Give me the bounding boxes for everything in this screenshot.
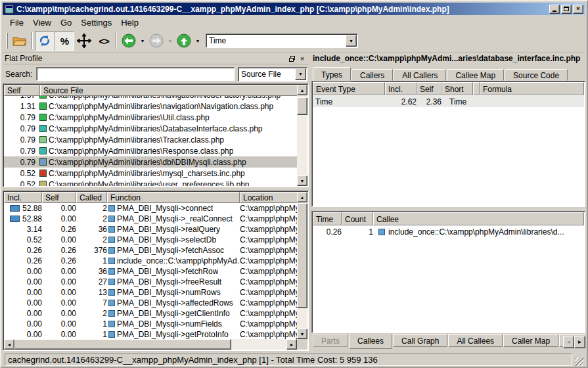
- function-name: PMA_DBI_Mysqli->realQuery: [117, 225, 220, 234]
- function-list-hscrollbar[interactable]: ◄ ►: [4, 339, 297, 350]
- back-button[interactable]: [119, 31, 139, 51]
- toolbar-grip[interactable]: [6, 33, 8, 49]
- function-row[interactable]: 52.880.002PMA_DBI_Mysqli->connectC:\xamp…: [4, 203, 297, 214]
- tab-all-callers[interactable]: All Callers: [394, 69, 446, 81]
- function-row[interactable]: 0.000.007PMA_DBI_Mysqli->affectedRowsC:\…: [4, 298, 297, 308]
- function-row[interactable]: 0.000.0027PMA_DBI_Mysqli->freeResultC:\x…: [4, 277, 297, 287]
- app-icon: [5, 5, 14, 14]
- tab-types[interactable]: Types: [313, 67, 351, 81]
- chevron-down-icon[interactable]: ▼: [346, 35, 357, 47]
- tab-callers[interactable]: Callers: [351, 69, 393, 81]
- column-header[interactable]: Self: [4, 85, 40, 96]
- scroll-up-icon[interactable]: ▲: [297, 192, 307, 202]
- function-row[interactable]: 0.520.002PMA_DBI_Mysqli->selectDbC:\xamp…: [4, 235, 297, 245]
- file-row[interactable]: 0.79C:\xampp\phpMyAdmin\libraries\Tracke…: [4, 134, 297, 145]
- file-list-vscrollbar[interactable]: ▲ ▼: [297, 85, 307, 186]
- column-header[interactable]: Called: [76, 192, 107, 203]
- search-input[interactable]: [36, 67, 235, 81]
- function-row[interactable]: 52.880.002PMA_DBI_Mysqli->_realConnectC:…: [4, 214, 297, 224]
- scrollbar-thumb[interactable]: [297, 97, 307, 115]
- file-row[interactable]: 1.31C:\xampp\phpMyAdmin\libraries\naviga…: [4, 101, 297, 112]
- menu-file[interactable]: File: [5, 16, 28, 30]
- scroll-left-icon[interactable]: ◄: [4, 339, 14, 350]
- minimize-button[interactable]: [549, 5, 560, 14]
- dock-layout-button[interactable]: [74, 31, 94, 51]
- column-header[interactable]: Incl.: [4, 192, 42, 203]
- menu-settings[interactable]: Settings: [76, 16, 116, 30]
- file-row[interactable]: 0.52C:\xampp\phpMyAdmin\libraries\user_p…: [4, 179, 297, 186]
- column-header[interactable]: Incl.: [385, 82, 417, 95]
- menu-go[interactable]: Go: [56, 16, 76, 30]
- menu-help[interactable]: Help: [116, 16, 143, 30]
- scrollbar-thumb[interactable]: [14, 339, 231, 350]
- column-header[interactable]: Short: [441, 82, 473, 95]
- time-value: 0.26: [313, 227, 342, 237]
- event-type-row[interactable]: Time2.622.36Time: [313, 96, 584, 107]
- dock-float-button[interactable]: [287, 55, 296, 63]
- forward-button[interactable]: [147, 31, 166, 51]
- column-header[interactable]: Formula: [480, 82, 584, 95]
- maximize-button[interactable]: [561, 5, 572, 14]
- tab-callees[interactable]: Callees: [349, 334, 392, 349]
- column-header[interactable]: Event Type: [313, 82, 385, 95]
- file-row[interactable]: 0.79C:\xampp\phpMyAdmin\libraries\Respon…: [4, 145, 297, 156]
- file-row[interactable]: 1.37C:\xampp\phpMyAdmin\libraries\naviga…: [4, 96, 297, 101]
- scroll-up-icon[interactable]: ▲: [297, 85, 307, 95]
- tab-call-graph[interactable]: Call Graph: [393, 334, 447, 347]
- column-header[interactable]: Self: [417, 82, 441, 95]
- function-name-cell: PMA_DBI_Mysqli->realQuery: [107, 225, 240, 234]
- function-icon: [108, 300, 115, 306]
- close-button[interactable]: ×: [573, 5, 583, 14]
- column-header[interactable]: [473, 82, 480, 95]
- scrollbar-thumb[interactable]: [297, 203, 307, 308]
- scroll-down-icon[interactable]: ▼: [297, 175, 307, 186]
- function-row[interactable]: 0.260.26376PMA_DBI_Mysqli->fetchAssocC:\…: [4, 245, 297, 256]
- menu-view[interactable]: View: [28, 16, 56, 30]
- expand-collapse-button[interactable]: <>: [94, 31, 114, 51]
- function-row[interactable]: 0.000.001PMA_DBI_Mysqli->getProtoInfoC:\…: [4, 329, 297, 339]
- back-dropdown-icon[interactable]: ▼: [139, 31, 147, 51]
- function-list-vscrollbar[interactable]: ▲ ▼: [297, 192, 307, 339]
- open-file-button[interactable]: [10, 31, 30, 51]
- column-header[interactable]: Self: [42, 192, 76, 203]
- column-header[interactable]: Count: [342, 212, 373, 225]
- self-cost-value: 0.79: [4, 158, 35, 167]
- column-header[interactable]: Source File: [40, 85, 307, 96]
- function-row[interactable]: 0.260.261include_once::C:\xampp\phpMyAd.…: [4, 256, 297, 266]
- file-row[interactable]: 0.79C:\xampp\phpMyAdmin\libraries\Util.c…: [4, 112, 297, 123]
- function-row[interactable]: 0.000.001PMA_DBI_Mysqli->numFieldsC:\xam…: [4, 319, 297, 329]
- file-row[interactable]: 0.79C:\xampp\phpMyAdmin\libraries\dbi\DB…: [4, 156, 297, 168]
- file-row[interactable]: 0.79C:\xampp\phpMyAdmin\libraries\Databa…: [4, 123, 297, 134]
- tab-callee-map[interactable]: Callee Map: [447, 69, 504, 81]
- group-by-combobox[interactable]: Source File ▼: [238, 67, 307, 81]
- up-dropdown-icon[interactable]: ▼: [194, 31, 202, 51]
- tab-source-code[interactable]: Source Code: [505, 69, 568, 81]
- up-button[interactable]: [174, 31, 194, 51]
- function-row[interactable]: 0.000.0036PMA_DBI_Mysqli->fetchRowC:\xam…: [4, 266, 297, 277]
- function-row[interactable]: 3.140.2636PMA_DBI_Mysqli->realQueryC:\xa…: [4, 224, 297, 235]
- dock-title-bar[interactable]: Flat Profile ×: [3, 53, 308, 64]
- move-cross-icon: [77, 34, 91, 48]
- chevron-down-icon[interactable]: ▼: [295, 68, 306, 80]
- callee-row[interactable]: 0.261include_once::C:\xampp\phpMyAdmin\l…: [313, 226, 584, 237]
- function-row[interactable]: 0.000.002PMA_DBI_Mysqli->getClientInfoC:…: [4, 308, 297, 319]
- function-row[interactable]: 0.000.0013PMA_DBI_Mysqli->numRowsC:\xamp…: [4, 287, 297, 298]
- incl-cost-value: 52.88: [4, 214, 42, 223]
- tab-caller-map[interactable]: Caller Map: [503, 334, 558, 347]
- scroll-down-icon[interactable]: ▼: [297, 329, 307, 339]
- function-icon: [108, 321, 115, 327]
- column-header[interactable]: Callee: [373, 212, 584, 225]
- location-value: C:\xampp\phpMy: [240, 235, 297, 244]
- tab-all-callees[interactable]: All Callees: [448, 334, 503, 347]
- called-count-value: 2: [76, 235, 107, 244]
- resize-grip[interactable]: [575, 357, 583, 366]
- tab-scroll-right-icon[interactable]: ►: [574, 336, 585, 348]
- dock-close-button[interactable]: ×: [298, 55, 307, 63]
- scroll-right-icon[interactable]: ►: [286, 339, 297, 350]
- reload-button[interactable]: [35, 31, 55, 51]
- relative-percent-button[interactable]: %: [55, 31, 74, 51]
- column-header[interactable]: Time: [313, 212, 342, 225]
- column-header[interactable]: Function: [107, 192, 240, 203]
- file-row[interactable]: 0.52C:\xampp\phpMyAdmin\libraries\mysql_…: [4, 168, 297, 179]
- event-type-combobox[interactable]: Time ▼: [206, 34, 358, 48]
